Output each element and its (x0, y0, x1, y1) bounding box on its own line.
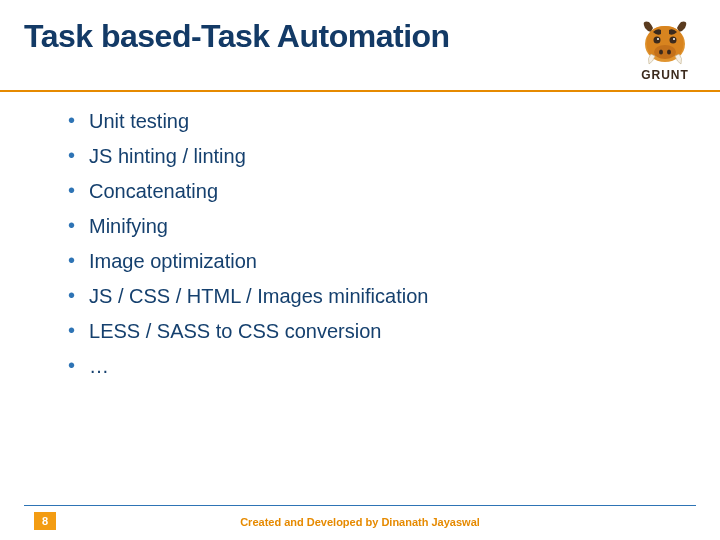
list-item: •LESS / SASS to CSS conversion (68, 320, 680, 343)
list-item-text: LESS / SASS to CSS conversion (89, 320, 381, 343)
title-row: Task based-Task Automation GRUNT (24, 18, 696, 82)
list-item: •Unit testing (68, 110, 680, 133)
list-item-text: JS hinting / linting (89, 145, 246, 168)
content-area: •Unit testing •JS hinting / linting •Con… (48, 110, 680, 390)
bullet-list: •Unit testing •JS hinting / linting •Con… (48, 110, 680, 378)
list-item: •Concatenating (68, 180, 680, 203)
svg-point-7 (667, 50, 671, 55)
credit-text: Created and Developed by Dinanath Jayasw… (0, 516, 720, 528)
svg-point-1 (654, 37, 661, 44)
list-item: •JS hinting / linting (68, 145, 680, 168)
svg-point-3 (657, 38, 659, 40)
list-item: •Image optimization (68, 250, 680, 273)
list-item: •JS / CSS / HTML / Images minification (68, 285, 680, 308)
divider-top (0, 90, 720, 92)
list-item-text: Concatenating (89, 180, 218, 203)
bullet-dot: • (68, 215, 75, 235)
svg-point-6 (659, 50, 663, 55)
bullet-dot: • (68, 180, 75, 200)
bullet-dot: • (68, 355, 75, 375)
list-item-text: JS / CSS / HTML / Images minification (89, 285, 428, 308)
grunt-logo: GRUNT (634, 18, 696, 82)
bullet-dot: • (68, 110, 75, 130)
list-item-text: Unit testing (89, 110, 189, 133)
list-item: •Minifying (68, 215, 680, 238)
bullet-dot: • (68, 145, 75, 165)
divider-bottom (24, 505, 696, 506)
bullet-dot: • (68, 320, 75, 340)
svg-point-2 (670, 37, 677, 44)
list-item-text: … (89, 355, 109, 378)
list-item-text: Minifying (89, 215, 168, 238)
list-item: •… (68, 355, 680, 378)
bullet-dot: • (68, 250, 75, 270)
svg-point-5 (654, 45, 676, 59)
boar-icon (637, 18, 693, 66)
logo-text: GRUNT (641, 68, 689, 82)
svg-point-4 (673, 38, 675, 40)
bullet-dot: • (68, 285, 75, 305)
list-item-text: Image optimization (89, 250, 257, 273)
page-title: Task based-Task Automation (24, 18, 450, 55)
slide: Task based-Task Automation GRUNT (0, 0, 720, 540)
